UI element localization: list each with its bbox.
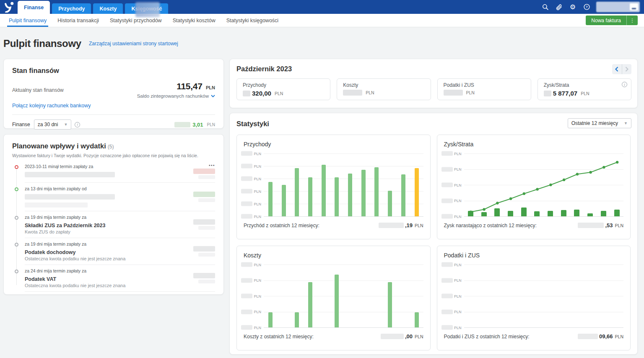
user-menu-redacted[interactable]: [596, 2, 640, 12]
summary-card-przychody[interactable]: Przychody320,00PLN: [236, 78, 330, 100]
new-invoice-menu-icon[interactable]: ⋮: [626, 16, 638, 25]
redacted-amount: [193, 273, 215, 278]
summary-card-label: Przychody: [243, 82, 324, 88]
subnav-item-statystyki-księgowości[interactable]: Statystyki księgowości: [221, 14, 284, 27]
search-icon[interactable]: [541, 3, 549, 11]
y-tick: PLN: [241, 202, 261, 206]
planned-list-item[interactable]: za 19 dni mija termin zapłaty zaSkładki …: [12, 211, 215, 238]
brand-logo-icon: [3, 1, 15, 13]
startpage-settings-link[interactable]: Zarządzaj ustawieniami strony startowej: [89, 41, 178, 47]
integrated-accounts-toggle[interactable]: Saldo zintegrowanych rachunków: [137, 93, 215, 99]
bar: [388, 191, 392, 217]
currency-label: PLN: [207, 122, 215, 127]
tick-currency: PLN: [254, 262, 261, 267]
chart-plot-area: [464, 265, 624, 327]
help-icon[interactable]: ?: [582, 3, 591, 11]
planned-title: Planowane wpływy i wydatki(5): [12, 142, 215, 150]
bar: [282, 185, 286, 216]
subnav-item-statystyki-kosztów[interactable]: Statystyki kosztów: [167, 14, 221, 27]
tab-przychody[interactable]: Przychody: [52, 3, 91, 14]
new-invoice-button[interactable]: Nowa faktura ⋮: [586, 16, 638, 25]
bar-slot: [517, 265, 530, 327]
period-select[interactable]: za 30 dni ▼: [34, 119, 72, 130]
redacted-amount: [193, 246, 215, 252]
statistics-card: Statystyki Ostatnie 12 miesięcy ▼ Przych…: [229, 113, 638, 355]
bar: [415, 168, 419, 217]
summary-card-value: PLN: [444, 90, 525, 96]
bar-slot: [264, 153, 277, 216]
bar: [521, 208, 527, 216]
stats-period-select[interactable]: Ostatnie 12 miesięcy ▼: [568, 118, 631, 128]
subnav: Pulpit finansowyHistoria transakcjiStaty…: [0, 14, 644, 27]
due-date-text: za 19 dni mija termin zapłaty za: [25, 241, 186, 246]
redacted-amount-secondary: [198, 175, 215, 179]
redacted-total: [381, 334, 404, 339]
info-icon[interactable]: i: [622, 82, 627, 87]
new-invoice-label: Nowa faktura: [586, 16, 626, 25]
bar-slot: [557, 265, 570, 327]
redacted-tab: [135, 2, 160, 17]
bar: [295, 168, 299, 217]
prev-month-button[interactable]: [612, 64, 622, 74]
bar-slot: [370, 153, 384, 216]
window-icon: [630, 3, 638, 10]
bar-slot: [343, 153, 357, 216]
chart-card-koszty: Koszty PLNPLNPLNPLNPLN Koszty z ostatnic…: [236, 246, 431, 350]
paperclip-icon[interactable]: [555, 3, 563, 11]
y-tick: PLN: [441, 151, 462, 156]
gear-icon[interactable]: ⚙: [569, 3, 577, 11]
timeline-marker: [12, 268, 25, 288]
current-state-value: 115,47 PLN: [137, 81, 215, 91]
planned-list-item[interactable]: za 13 dni mija termin zapłaty od: [12, 183, 215, 211]
summary-card-amount: 5 877,07: [553, 90, 577, 97]
summary-card-zysk-strata[interactable]: iZysk/Strata5 877,07PLN: [538, 78, 631, 100]
divider: [12, 114, 215, 115]
currency-label: PLN: [366, 90, 374, 95]
redacted-tick-value: [241, 278, 252, 283]
tick-currency: PLN: [454, 310, 462, 314]
tick-currency: PLN: [454, 199, 462, 203]
subnav-item-pulpit-finansowy[interactable]: Pulpit finansowy: [3, 14, 52, 27]
tick-currency: PLN: [254, 310, 261, 314]
planned-item-amount: [186, 268, 215, 288]
status-ring-red: [15, 165, 18, 169]
summary-card-koszty[interactable]: KosztyPLN: [337, 78, 431, 100]
info-icon[interactable]: i: [75, 122, 80, 127]
redacted-tick-value: [241, 189, 252, 194]
subnav-item-historia-transakcji[interactable]: Historia transakcji: [52, 14, 104, 27]
redacted-tick-value: [441, 262, 453, 267]
y-tick: PLN: [241, 164, 261, 169]
planned-list-item[interactable]: 2023-10-11 minął termin zapłaty za•••: [12, 161, 215, 183]
bar: [614, 210, 620, 217]
connect-bank-link[interactable]: Połącz kolejny rachunek bankowy: [12, 103, 91, 109]
period-amount: 3,01 PLN: [174, 122, 215, 128]
tab-koszty[interactable]: Koszty: [93, 3, 123, 14]
planned-list-item[interactable]: za 19 dni mija termin zapłaty zaPodatek …: [12, 238, 215, 265]
bar-slot: [370, 265, 384, 327]
redacted-amount: [193, 169, 215, 174]
redacted-total: [578, 334, 598, 339]
page-title: Pulpit finansowy: [3, 38, 81, 49]
item-menu-icon[interactable]: •••: [209, 164, 215, 167]
bar: [415, 312, 419, 327]
due-date-text: za 19 dni mija termin zapłaty za: [25, 215, 186, 220]
chart-card-zysk-strata: Zysk/Strata PLNPLNPLNPLNPLN Zysk narasta…: [437, 135, 631, 239]
redacted-amount: [193, 192, 215, 197]
chart-title: Zysk/Strata: [444, 141, 624, 148]
redacted-tick-value: [441, 151, 453, 156]
bar: [335, 275, 339, 327]
app-logo[interactable]: [0, 0, 18, 14]
summary-card-podatki-i-zus[interactable]: Podatki i ZUSPLN: [437, 78, 531, 100]
bar: [574, 210, 579, 217]
timeline-marker: [12, 186, 25, 208]
tick-currency: PLN: [454, 183, 462, 187]
y-tick: PLN: [241, 214, 261, 219]
next-month-button[interactable]: [622, 64, 632, 74]
bar-slot: [610, 265, 623, 327]
chart-footer-label: Podatki i ZUS z ostatnich 12 miesięcy:: [444, 334, 530, 340]
planned-list-item[interactable]: za 24 dni mija termin zapłaty zaPodatek …: [12, 265, 215, 292]
chart-plot: PLNPLNPLNPLNPLNPLN: [244, 153, 423, 216]
bar-slot: [290, 265, 304, 327]
tab-finanse[interactable]: Finanse: [18, 1, 50, 14]
summary-card-value: 5 877,07PLN: [544, 90, 625, 97]
